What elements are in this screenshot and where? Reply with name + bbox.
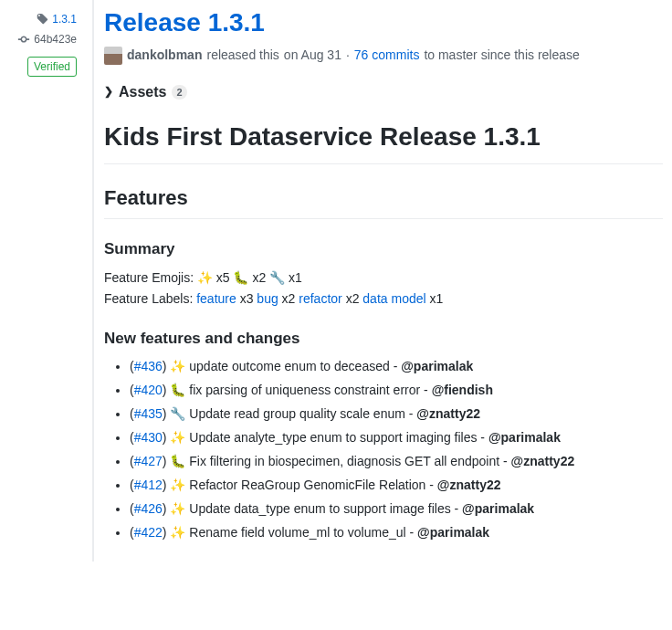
commits-suffix: to master since this release — [424, 46, 579, 65]
assets-label: Assets — [119, 81, 166, 103]
avatar[interactable] — [104, 47, 122, 65]
issue-link[interactable]: #422 — [134, 525, 163, 540]
timeline-divider — [84, 0, 99, 562]
assets-toggle[interactable]: ❯ Assets 2 — [104, 81, 663, 103]
issue-link[interactable]: #426 — [134, 501, 163, 516]
author-mention[interactable]: @parimalak — [401, 359, 473, 373]
release-meta: dankolbman released this on Aug 31 · 76 … — [104, 46, 663, 65]
chevron-right-icon: ❯ — [104, 83, 113, 100]
author-mention[interactable]: @parimalak — [488, 430, 561, 445]
author-mention[interactable]: @parimalak — [417, 525, 489, 540]
features-heading: Features — [104, 183, 663, 219]
label-link[interactable]: data model — [362, 291, 425, 306]
issue-link[interactable]: #427 — [134, 454, 163, 468]
tag-icon — [36, 13, 48, 26]
issue-link[interactable]: #436 — [134, 359, 163, 373]
label-link[interactable]: bug — [257, 291, 278, 306]
issue-link[interactable]: #420 — [134, 383, 163, 397]
list-item: (#420) 🐛 fix parsing of uniqueness const… — [130, 381, 663, 400]
list-item: (#435) 🔧 Update read group quality scale… — [130, 404, 663, 424]
label-link[interactable]: refactor — [299, 291, 341, 306]
assets-count: 2 — [172, 85, 186, 100]
author-mention[interactable]: @fiendish — [432, 383, 493, 397]
summary-heading: Summary — [104, 237, 663, 261]
changes-list: (#436) ✨ update outcome enum to deceased… — [104, 357, 663, 542]
list-item: (#426) ✨ Update data_type enum to suppor… — [130, 499, 663, 519]
issue-link[interactable]: #435 — [134, 406, 163, 421]
author-mention[interactable]: @znatty22 — [437, 478, 501, 492]
label-link[interactable]: feature — [196, 291, 236, 306]
meta-separator: · — [346, 46, 350, 65]
list-item: (#422) ✨ Rename field volume_ml to volum… — [130, 523, 663, 542]
tag-link[interactable]: 1.3.1 — [52, 11, 77, 27]
commits-link[interactable]: 76 commits — [354, 46, 420, 65]
release-body-title: Kids First Dataservice Release 1.3.1 — [104, 118, 663, 164]
list-item: (#412) ✨ Refactor ReaGroup GenomicFile R… — [130, 476, 663, 495]
release-sidebar: 1.3.1 64b423e Verified — [0, 0, 84, 562]
commit-icon — [17, 33, 30, 46]
new-features-heading: New features and changes — [104, 327, 663, 351]
author-link[interactable]: dankolbman — [127, 46, 202, 65]
list-item: (#427) 🐛 Fix filtering in biospecimen, d… — [130, 452, 663, 471]
release-action: released this — [206, 46, 278, 65]
release-date: on Aug 31 — [284, 46, 341, 65]
author-mention[interactable]: @znatty22 — [511, 454, 575, 468]
feature-emojis-line: Feature Emojis: ✨ x5 🐛 x2 🔧 x1 — [104, 268, 663, 288]
release-title: Release 1.3.1 — [104, 4, 663, 42]
issue-link[interactable]: #430 — [134, 430, 163, 445]
list-item: (#436) ✨ update outcome enum to deceased… — [130, 357, 663, 376]
author-mention[interactable]: @parimalak — [462, 501, 534, 516]
verified-badge[interactable]: Verified — [27, 57, 77, 77]
commit-link[interactable]: 64b423e — [34, 31, 77, 47]
release-title-link[interactable]: Release 1.3.1 — [104, 8, 265, 37]
feature-labels-line: Feature Labels: feature x3 bug x2 refact… — [104, 289, 663, 309]
issue-link[interactable]: #412 — [134, 478, 163, 492]
list-item: (#430) ✨ Update analyte_type enum to sup… — [130, 428, 663, 447]
author-mention[interactable]: @znatty22 — [416, 406, 480, 421]
